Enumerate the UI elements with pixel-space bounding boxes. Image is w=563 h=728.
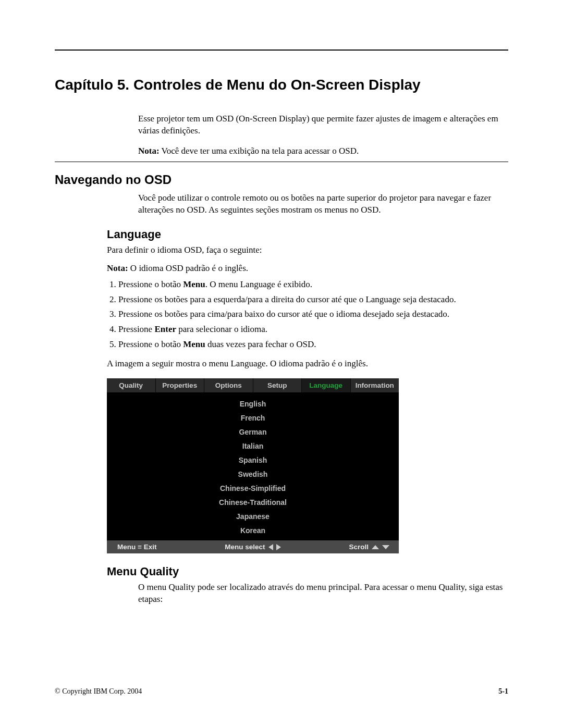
osd-item-english[interactable]: English [107, 397, 399, 411]
note-1-text: Você deve ter uma exibição na tela para … [160, 146, 359, 156]
osd-item-swedish[interactable]: Swedish [107, 467, 399, 481]
osd-footer-select-label: Menu select [225, 543, 265, 551]
step-3: Pressione os botões para cima/para baixo… [118, 309, 508, 320]
subsection-menu-quality: Menu Quality [107, 565, 508, 578]
page-number: 5-1 [498, 687, 508, 696]
osd-tabs: Quality Properties Options Setup Languag… [107, 378, 399, 392]
osd-tab-options[interactable]: Options [204, 378, 253, 392]
subsection-language: Language [107, 228, 508, 241]
language-intro: Para definir o idioma OSD, faça o seguin… [107, 244, 508, 256]
section-navegando: Navegando no OSD [55, 172, 508, 187]
osd-footer-scroll: Scroll [342, 540, 399, 553]
osd-footer-exit: Menu = Exit [107, 540, 163, 553]
note-2-label: Nota: [107, 263, 128, 273]
osd-tab-setup[interactable]: Setup [253, 378, 302, 392]
osd-item-italian[interactable]: Italian [107, 439, 399, 453]
osd-item-french[interactable]: French [107, 411, 399, 425]
chapter-title: Capítulo 5. Controles de Menu do On-Scre… [55, 77, 508, 93]
figure-caption: A imagem a seguir mostra o menu Language… [107, 358, 508, 370]
arrow-up-icon [372, 545, 379, 549]
section-rule-1 [55, 162, 508, 162]
note-1-label: Nota: [138, 146, 160, 156]
osd-tab-language[interactable]: Language [302, 378, 351, 392]
osd-item-spanish[interactable]: Spanish [107, 453, 399, 467]
top-rule [55, 50, 508, 51]
intro-paragraph: Esse projetor tem um OSD (On-Screen Disp… [138, 113, 508, 137]
page-footer: © Copyright IBM Corp. 2004 5-1 [55, 687, 508, 696]
language-steps: Pressione o botão Menu. O menu Language … [107, 279, 508, 351]
step-1: Pressione o botão Menu. O menu Language … [118, 279, 508, 291]
osd-footer-select: Menu select [163, 540, 342, 553]
note-1: Nota: Você deve ter uma exibição na tela… [138, 145, 508, 157]
osd-footer: Menu = Exit Menu select Scroll [107, 540, 399, 553]
osd-item-german[interactable]: German [107, 425, 399, 439]
osd-figure: Quality Properties Options Setup Languag… [107, 378, 399, 553]
osd-tab-quality[interactable]: Quality [107, 378, 156, 392]
section1-body: Você pode utilizar o controle remoto ou … [138, 192, 508, 216]
osd-item-chinese-traditional[interactable]: Chinese-Traditional [107, 495, 399, 509]
osd-tab-information[interactable]: Information [351, 378, 399, 392]
osd-item-korean[interactable]: Korean [107, 523, 399, 537]
arrow-down-icon [382, 545, 389, 549]
osd-item-chinese-simplified[interactable]: Chinese-Simplified [107, 481, 399, 495]
arrow-left-icon [268, 544, 273, 550]
menu-quality-body: O menu Quality pode ser localizado atrav… [138, 582, 508, 606]
osd-footer-exit-label: Menu = Exit [117, 543, 156, 551]
step-2: Pressione os botões para a esquerda/para… [118, 294, 508, 306]
step-4: Pressione Enter para selecionar o idioma… [118, 324, 508, 336]
page: Capítulo 5. Controles de Menu do On-Scre… [0, 0, 563, 728]
osd-item-japanese[interactable]: Japanese [107, 509, 399, 523]
osd-body: English French German Italian Spanish Sw… [107, 392, 399, 540]
note-2-text: O idioma OSD padrão é o inglês. [128, 263, 248, 273]
arrow-right-icon [276, 544, 281, 550]
osd-tab-properties[interactable]: Properties [156, 378, 205, 392]
copyright: © Copyright IBM Corp. 2004 [55, 687, 142, 696]
osd-footer-scroll-label: Scroll [349, 543, 369, 551]
note-2: Nota: O idioma OSD padrão é o inglês. [107, 263, 508, 275]
step-5: Pressione o botão Menu duas vezes para f… [118, 339, 508, 351]
